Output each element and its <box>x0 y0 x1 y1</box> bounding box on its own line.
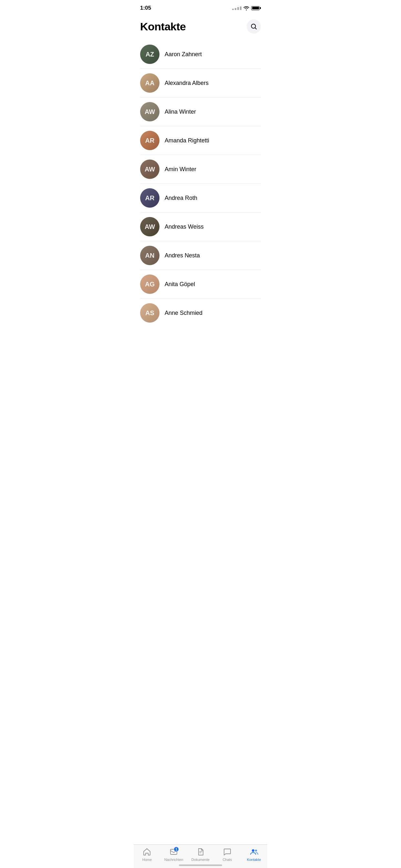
signal-icon <box>232 6 242 10</box>
page-header: Kontakte <box>134 14 267 40</box>
avatar-placeholder: AR <box>140 131 159 150</box>
avatar: AG <box>140 275 159 294</box>
contacts-container: AZAaron ZahnertAAAlexandra AlbersAWAlina… <box>134 40 267 327</box>
contact-name: Andrea Roth <box>165 195 197 202</box>
avatar: AR <box>140 131 159 150</box>
page-title: Kontakte <box>140 20 186 33</box>
contact-item-amanda-rightetti[interactable]: ARAmanda Rightetti <box>140 126 261 155</box>
contact-name: Andreas Weiss <box>165 223 204 230</box>
contact-name: Alexandra Albers <box>165 80 209 87</box>
avatar-placeholder: AS <box>140 303 159 322</box>
contact-item-anita-gopel[interactable]: AGAnita Göpel <box>140 270 261 299</box>
avatar-placeholder: AW <box>140 217 159 237</box>
contact-name: Amanda Rightetti <box>165 137 209 144</box>
avatar: AW <box>140 217 159 237</box>
avatar: AZ <box>140 44 159 64</box>
avatar-placeholder: AN <box>140 246 159 265</box>
avatar-placeholder: AW <box>140 102 159 121</box>
avatar-placeholder: AG <box>140 275 159 294</box>
avatar: AW <box>140 159 159 179</box>
status-bar: 1:05 <box>134 0 267 14</box>
contact-item-alina-winter[interactable]: AWAlina Winter <box>140 97 261 126</box>
avatar: AR <box>140 188 159 208</box>
avatar: AA <box>140 73 159 93</box>
contact-item-andreas-weiss[interactable]: AWAndreas Weiss <box>140 213 261 241</box>
contact-name: Andres Nesta <box>165 252 200 259</box>
avatar-placeholder: AZ <box>140 44 159 64</box>
avatar-placeholder: AW <box>140 159 159 179</box>
status-time: 1:05 <box>140 5 151 11</box>
contact-item-andrea-roth[interactable]: ARAndrea Roth <box>140 184 261 213</box>
contact-item-andres-nesta[interactable]: ANAndres Nesta <box>140 241 261 270</box>
avatar: AN <box>140 246 159 265</box>
contact-name: Aaron Zahnert <box>165 51 202 58</box>
contact-name: Alina Winter <box>165 108 196 115</box>
avatar: AW <box>140 102 159 121</box>
contact-item-alexandra-albers[interactable]: AAAlexandra Albers <box>140 69 261 97</box>
battery-icon <box>251 6 261 10</box>
search-icon <box>251 23 257 30</box>
wifi-icon <box>243 6 249 10</box>
contact-name: Anita Göpel <box>165 281 195 288</box>
search-button[interactable] <box>247 20 261 34</box>
avatar-placeholder: AA <box>140 73 159 93</box>
contact-name: Anne Schmied <box>165 310 203 316</box>
contact-name: Amin Winter <box>165 166 196 173</box>
avatar: AS <box>140 303 159 322</box>
avatar-placeholder: AR <box>140 188 159 208</box>
contact-item-amin-winter[interactable]: AWAmin Winter <box>140 155 261 184</box>
contact-item-anne-schmied[interactable]: ASAnne Schmied <box>140 299 261 327</box>
contact-item-aaron-zahnert[interactable]: AZAaron Zahnert <box>140 40 261 69</box>
contacts-list: AZAaron ZahnertAAAlexandra AlbersAWAlina… <box>134 40 267 356</box>
status-icons <box>232 6 261 10</box>
